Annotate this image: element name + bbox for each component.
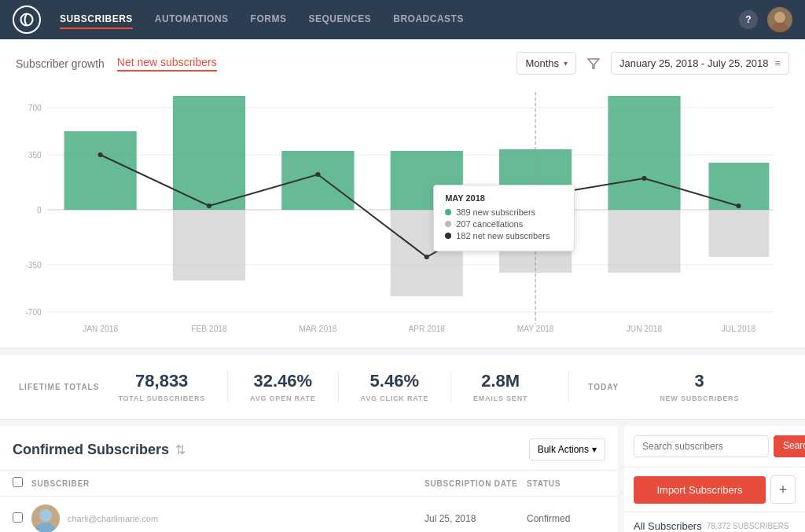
svg-point-2 xyxy=(771,23,788,32)
bottom-section: Confirmed Subscribers ⇅ Bulk Actions ▾ S… xyxy=(0,426,805,532)
subscribers-table-panel: Confirmed Subscribers ⇅ Bulk Actions ▾ S… xyxy=(0,426,618,532)
all-subscribers-count: 78,372 SUBSCRIBERS xyxy=(707,522,789,530)
svg-rect-14 xyxy=(64,131,137,210)
svg-rect-22 xyxy=(608,96,680,210)
stat-value-emails: 2.8M xyxy=(473,371,527,391)
svg-point-31 xyxy=(641,176,646,181)
svg-rect-17 xyxy=(281,151,354,210)
svg-rect-23 xyxy=(608,210,680,273)
svg-text:APR 2018: APR 2018 xyxy=(408,325,445,333)
date-range-picker[interactable]: January 25, 2018 - July 25, 2018 ≡ xyxy=(611,52,789,75)
stat-total-subscribers: 78,833 TOTAL SUBSCRIBERS xyxy=(118,371,228,403)
stats-section: LIFETIME TOTALS 78,833 TOTAL SUBSCRIBERS… xyxy=(0,355,805,420)
stat-value-today: 3 xyxy=(660,371,739,391)
stat-value-open: 32.46% xyxy=(250,371,316,391)
chart-header: Subscriber growth Net new subscribers Mo… xyxy=(16,52,789,75)
search-button[interactable]: Search xyxy=(774,435,805,457)
sidebar-panel: Search Import Subscribers + All Subscrib… xyxy=(624,426,805,532)
nav-link-subscribers[interactable]: SUBSCRIBERS xyxy=(60,10,133,29)
nav-links: SUBSCRIBERS AUTOMATIONS FORMS SEQUENCES … xyxy=(60,10,739,29)
svg-point-28 xyxy=(315,172,320,177)
svg-point-0 xyxy=(21,14,33,26)
chart-section: Subscriber growth Net new subscribers Mo… xyxy=(0,39,805,349)
col-header-status: STATUS xyxy=(527,479,605,488)
tooltip-row-3: 182 net new subscribers xyxy=(445,231,563,240)
table-title: Confirmed Subscribers xyxy=(13,442,169,458)
navigation: SUBSCRIBERS AUTOMATIONS FORMS SEQUENCES … xyxy=(0,0,805,39)
chart-subtitle: Net new subscribers xyxy=(117,56,217,72)
app-logo xyxy=(13,6,41,34)
svg-text:0: 0 xyxy=(37,206,42,215)
import-subscribers-button[interactable]: Import Subscribers xyxy=(634,476,766,504)
tooltip-dot-gray xyxy=(445,221,451,227)
tooltip-dot-black xyxy=(445,233,451,239)
help-button[interactable]: ? xyxy=(739,10,758,29)
all-subscribers-label: All Subscribers xyxy=(634,520,702,532)
menu-icon: ≡ xyxy=(774,57,781,69)
tooltip-title: MAY 2018 xyxy=(445,193,563,203)
sort-icon[interactable]: ⇅ xyxy=(175,442,186,457)
tooltip-dot-green xyxy=(445,209,451,215)
stat-emails-sent: 2.8M EMAILS SENT xyxy=(451,371,550,403)
svg-point-42 xyxy=(35,523,56,532)
stat-click-rate: 5.46% AVG CLICK RATE xyxy=(339,371,451,403)
stat-divider xyxy=(568,371,569,403)
svg-text:FEB 2018: FEB 2018 xyxy=(191,325,227,333)
nav-link-forms[interactable]: FORMS xyxy=(251,10,287,29)
nav-link-broadcasts[interactable]: BROADCASTS xyxy=(393,10,464,29)
svg-text:-350: -350 xyxy=(25,261,42,270)
row-email-1: charli@charlimarie.com xyxy=(68,514,425,523)
svg-rect-24 xyxy=(709,163,770,210)
stat-sublabel-subscribers: TOTAL SUBSCRIBERS xyxy=(118,394,205,402)
svg-text:700: 700 xyxy=(28,104,42,112)
filter-icon[interactable] xyxy=(583,53,605,75)
table-row: charli@charlimarie.com Jul 25, 2018 Conf… xyxy=(0,497,618,532)
chart-tooltip: MAY 2018 389 new subscribers 207 cancell… xyxy=(433,185,575,251)
svg-text:JUL 2018: JUL 2018 xyxy=(722,325,756,333)
row-status-1: Confirmed xyxy=(527,513,605,524)
stat-today: 3 NEW SUBSCRIBERS xyxy=(638,371,761,403)
bulk-actions-button[interactable]: Bulk Actions ▾ xyxy=(529,438,605,460)
bulk-actions: Bulk Actions ▾ xyxy=(529,438,605,460)
table-columns: SUBSCRIBER SUBSCRIPTION DATE STATUS xyxy=(0,471,618,497)
import-btn-row: Import Subscribers + xyxy=(624,468,805,512)
nav-link-automations[interactable]: AUTOMATIONS xyxy=(155,10,229,29)
chart-svg: 700 350 0 -350 -700 xyxy=(16,84,789,336)
svg-point-41 xyxy=(39,509,52,522)
stat-sublabel-click: AVG CLICK RATE xyxy=(361,394,428,402)
chart-title: Subscriber growth xyxy=(16,57,105,70)
table-header: Confirmed Subscribers ⇅ Bulk Actions ▾ xyxy=(0,426,618,471)
select-all-check[interactable] xyxy=(13,477,31,490)
nav-link-sequences[interactable]: SEQUENCES xyxy=(308,10,371,29)
col-header-date: SUBSCRIPTION DATE xyxy=(425,479,527,488)
row-check-1[interactable] xyxy=(13,512,31,525)
chart-controls: Months ▾ January 25, 2018 - July 25, 201… xyxy=(516,52,789,75)
tooltip-row-2: 207 cancellations xyxy=(445,219,563,229)
lifetime-label: LIFETIME TOTALS xyxy=(19,383,99,391)
row-info-1: charli@charlimarie.com xyxy=(68,514,425,523)
avatar-1 xyxy=(31,504,60,532)
row-checkbox-1[interactable] xyxy=(13,512,23,523)
svg-point-29 xyxy=(425,255,429,259)
svg-text:JUN 2018: JUN 2018 xyxy=(627,325,663,333)
add-subscriber-button[interactable]: + xyxy=(770,475,796,504)
svg-point-26 xyxy=(98,152,103,157)
row-date-1: Jul 25, 2018 xyxy=(425,513,527,524)
chart-area: 700 350 0 -350 -700 xyxy=(16,84,789,336)
user-avatar[interactable] xyxy=(767,7,792,32)
stat-sublabel-emails: EMAILS SENT xyxy=(473,394,527,402)
sidebar-item-all-subscribers[interactable]: All Subscribers 78,372 SUBSCRIBERS xyxy=(624,512,805,532)
chevron-down-icon: ▾ xyxy=(592,444,597,455)
svg-rect-16 xyxy=(173,210,245,281)
nav-right: ? xyxy=(739,7,792,32)
select-all-checkbox[interactable] xyxy=(13,477,23,487)
svg-text:-700: -700 xyxy=(25,308,42,317)
col-header-subscriber: SUBSCRIBER xyxy=(31,479,425,488)
svg-text:350: 350 xyxy=(28,151,42,160)
period-selector[interactable]: Months ▾ xyxy=(516,52,576,75)
search-input[interactable] xyxy=(634,435,769,457)
svg-marker-3 xyxy=(588,59,599,68)
today-label: TODAY xyxy=(588,383,619,391)
svg-point-1 xyxy=(774,12,785,23)
svg-text:MAY 2018: MAY 2018 xyxy=(517,325,554,333)
